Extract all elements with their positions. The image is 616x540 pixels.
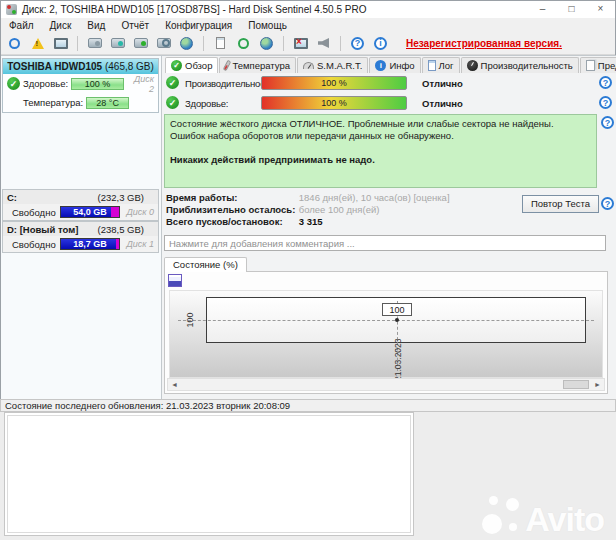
toolbar: ! × ? i Незарегистрированная версия.	[1, 32, 615, 55]
check-circle-icon: ✓	[166, 96, 179, 109]
sidebar: TOSHIBA HDWD105 (465,8 GB) ✓ Здоровье: 1…	[1, 55, 162, 400]
maximize-button[interactable]: □	[557, 1, 586, 18]
sync-icon[interactable]	[234, 34, 253, 52]
y-axis-tick: 100	[185, 310, 195, 330]
tab-alerts[interactable]: Предупреждения	[580, 57, 616, 73]
disk-health-row: ✓ Здоровье: 100 % Диск 2	[3, 74, 158, 93]
log-document-icon	[428, 60, 436, 71]
comment-input[interactable]	[164, 235, 606, 251]
remaining-row: Приблизительно осталось: более 100 дня(е…	[166, 204, 450, 216]
health-check-icon: ✓	[7, 77, 20, 90]
monitor-icon[interactable]	[51, 34, 70, 52]
power-on-value: 1846 дня(ей), 10 часа(ов) [оценка]	[299, 192, 450, 203]
avito-logo-icon	[482, 494, 522, 534]
performance-gauge-icon	[467, 60, 478, 71]
chart-tab-status[interactable]: Состояние (%)	[164, 257, 247, 272]
chart-scrollbar[interactable]: ◄ ►	[167, 378, 605, 391]
title-bar: Диск: 2, TOSHIBA HDWD105 [17OSD87BS] - H…	[1, 1, 615, 18]
help-icon[interactable]: ?	[599, 76, 612, 89]
used-space-segment	[116, 239, 119, 249]
partition-free-row: Свободно 18,7 GB Диск 1	[3, 236, 158, 252]
globe-icon[interactable]	[177, 34, 196, 52]
chart-body: 100 100 21.03.2023 ◄ ►	[164, 271, 608, 394]
check-circle-icon: ✓	[166, 76, 179, 89]
disk-gauge-icon[interactable]	[85, 34, 104, 52]
report-icon[interactable]	[211, 34, 230, 52]
used-space-segment	[111, 207, 119, 217]
scroll-left-arrow[interactable]: ◄	[168, 379, 181, 390]
tab-info[interactable]: iИнфо	[369, 57, 420, 73]
minimize-button[interactable]: –	[528, 1, 557, 18]
info-icon[interactable]: i	[371, 34, 390, 52]
health-label: Здоровье:	[23, 78, 68, 89]
partition-size: (238,5 GB)	[98, 224, 144, 235]
toolbar-separator	[77, 36, 78, 51]
watermark-text: Avito	[525, 505, 604, 534]
help-icon[interactable]: ?	[601, 197, 614, 210]
main-panel: ✓Обзор Температура S.M.A.R.T. iИнфо Лог …	[162, 55, 616, 400]
help-icon[interactable]: ?	[599, 96, 612, 109]
health-status: Отлично	[422, 98, 463, 109]
health-gradient-bar: 100 %	[261, 96, 407, 110]
health-meter-row: ✓ Здоровье: 100 % Отлично ?	[164, 94, 615, 112]
disk-search-icon[interactable]	[154, 34, 173, 52]
window-controls: – □ ×	[528, 1, 615, 18]
menu-help[interactable]: Помощь	[240, 20, 295, 31]
sidebar-disk-panel[interactable]: TOSHIBA HDWD105 (465,8 GB) ✓ Здоровье: 1…	[2, 58, 159, 113]
scrollbar-thumb[interactable]	[563, 380, 589, 389]
health-bar: 100 %	[71, 78, 124, 90]
app-window: Диск: 2, TOSHIBA HDWD105 [17OSD87BS] - H…	[0, 0, 616, 412]
save-chart-icon[interactable]	[168, 274, 182, 287]
tab-performance[interactable]: Производительность	[461, 57, 579, 73]
health-history-chart: Состояние (%) 100 100 21.03.2023 ◄	[164, 257, 608, 394]
temperature-label: Температура:	[23, 97, 83, 108]
power-on-label: Время работы:	[166, 192, 296, 203]
partition-header: D: [Новый том] (238,5 GB)	[3, 222, 158, 236]
tab-log[interactable]: Лог	[422, 57, 460, 73]
screen-error-icon[interactable]: ×	[291, 34, 310, 52]
disk-size: (465,8 GB)	[105, 61, 154, 72]
disk-number-tag: Диск 2	[127, 74, 154, 94]
window-title: Диск: 2, TOSHIBA HDWD105 [17OSD87BS] - H…	[22, 4, 366, 15]
disk-test-icon[interactable]	[108, 34, 127, 52]
help-icon[interactable]: ?	[348, 34, 367, 52]
disk-number-tag: Диск 1	[124, 239, 154, 249]
data-point-marker	[395, 318, 399, 322]
photo-background: Avito	[0, 412, 616, 540]
info-circle-icon: i	[375, 60, 386, 71]
partition-size: (232,3 GB)	[98, 192, 144, 203]
health-summary-box: Состояние жёсткого диска ОТЛИЧНОЕ. Пробл…	[164, 114, 597, 188]
menu-file[interactable]: Файл	[1, 20, 42, 31]
unregistered-version-link[interactable]: Незарегистрированная версия.	[406, 38, 562, 49]
partition-panel-d[interactable]: D: [Новый том] (238,5 GB) Свободно 18,7 …	[2, 221, 159, 253]
free-space-bar: 54,0 GB	[60, 206, 121, 218]
toolbar-separator	[203, 36, 204, 51]
speaker-icon[interactable]	[314, 34, 333, 52]
starts-label: Всего пусков/остановок:	[166, 216, 296, 227]
gauge-icon	[303, 62, 314, 69]
partition-name: D: [Новый том]	[7, 224, 78, 235]
alert-refresh-icon[interactable]: !	[28, 34, 47, 52]
network-globe-icon[interactable]	[257, 34, 276, 52]
disk-ok-icon[interactable]	[131, 34, 150, 52]
menu-report[interactable]: Отчёт	[113, 20, 157, 31]
menu-configuration[interactable]: Конфигурация	[157, 20, 240, 31]
scroll-right-arrow[interactable]: ►	[591, 379, 604, 390]
menu-view[interactable]: Вид	[79, 20, 113, 31]
performance-status: Отлично	[422, 78, 463, 89]
refresh-icon[interactable]	[5, 34, 24, 52]
help-icon[interactable]: ?	[601, 116, 614, 129]
thermometer-icon	[223, 60, 232, 72]
partition-free-row: Свободно 54,0 GB Диск 0	[3, 204, 158, 220]
retest-button[interactable]: Повтор Теста	[522, 195, 599, 213]
menu-disk[interactable]: Диск	[42, 20, 80, 31]
health-label: Здоровье:	[185, 98, 228, 109]
chart-region: 100 100 21.03.2023	[169, 290, 603, 378]
tab-overview[interactable]: ✓Обзор	[165, 57, 218, 73]
tab-smart[interactable]: S.M.A.R.T.	[297, 57, 368, 73]
screenshot-root: Диск: 2, TOSHIBA HDWD105 [17OSD87BS] - H…	[0, 0, 616, 540]
partition-panel-c[interactable]: C: (232,3 GB) Свободно 54,0 GB Диск 0	[2, 189, 159, 221]
close-button[interactable]: ×	[586, 1, 615, 18]
tab-temperature[interactable]: Температура	[219, 57, 296, 73]
alerts-page-icon	[586, 60, 595, 71]
